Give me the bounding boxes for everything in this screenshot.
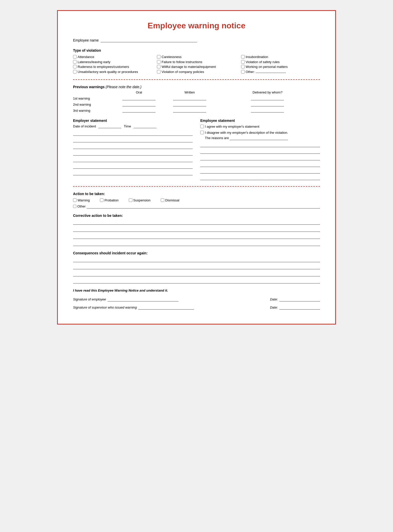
employer-line-1[interactable] [73,130,193,136]
employee-line-4[interactable] [200,161,320,167]
oral-3-field[interactable] [122,108,155,112]
action-other-row: Other [73,204,320,208]
employee-write-area [200,142,320,180]
divider-1 [73,79,320,80]
check-rudeness[interactable]: Rudeness to employees/customers [73,64,152,69]
other-action-field[interactable] [87,204,320,208]
oral-1-field[interactable] [122,96,155,100]
written-1-field[interactable] [173,96,206,100]
time-field[interactable] [134,124,156,128]
time-label: Time [124,124,131,128]
violation-col1: Attendance Lateness/leaving early Rudene… [73,54,152,74]
table-row: 2nd warning [73,101,320,107]
delivered-3-field[interactable] [251,108,284,112]
check-suspension[interactable]: Suspension [129,198,151,203]
check-other-violation[interactable]: Other: [241,69,320,74]
corrective-line-2[interactable] [73,226,320,232]
employer-line-2[interactable] [73,137,193,142]
corrective-section: Corrective action to be taken: [73,214,320,246]
reasons-row: The reasons are [205,136,320,140]
check-personal[interactable]: Working on personal matters [241,64,320,69]
sig-supervisor-label: Signature of supervisor who issued warni… [73,306,137,309]
statements-section: Employer statement Date of incident Time… [73,119,320,181]
employee-line-6[interactable] [200,175,320,180]
warnings-table: Oral Written Delivered by whom? 1st warn… [73,90,320,113]
check-failure[interactable]: Failure to follow instructions [157,60,236,65]
reasons-field[interactable] [230,136,288,140]
check-probation[interactable]: Probation [100,198,119,203]
corrective-label: Corrective action to be taken: [73,214,320,218]
consequences-section: Consequences should incident occur again… [73,251,320,283]
oral-2-field[interactable] [122,102,155,106]
employer-write-area [73,130,193,175]
sig-supervisor-field[interactable] [138,306,194,310]
warning-row-2: 2nd warning [73,101,114,107]
corrective-line-4[interactable] [73,240,320,246]
check-warning[interactable]: Warning [73,198,90,203]
delivered-1-field[interactable] [251,96,284,100]
delivered-2-field[interactable] [251,102,284,106]
consequences-line-3[interactable] [73,271,320,276]
sig-supervisor-left: Signature of supervisor who issued warni… [73,306,194,310]
check-willful[interactable]: Willful damage to material/equipment [157,64,236,69]
employer-line-6[interactable] [73,163,193,169]
corrective-line-1[interactable] [73,219,320,225]
check-safety[interactable]: Violation of safety rules [241,60,320,65]
violation-section: Type of violation Attendance Lateness/le… [73,48,320,74]
employer-line-3[interactable] [73,143,193,149]
employee-name-input[interactable] [101,38,197,42]
violation-label: Type of violation [73,48,320,52]
check-insubordination[interactable]: Insubordination [241,54,320,60]
check-carelessness[interactable]: Carelessness [157,54,236,60]
check-dismissal[interactable]: Dismissal [161,198,180,203]
employee-line-2[interactable] [200,148,320,154]
sig-supervisor-date: Date: [270,306,320,310]
written-2-field[interactable] [173,102,206,106]
col-oral: Oral [114,90,164,95]
employer-line-4[interactable] [73,150,193,156]
date-label-supervisor: Date: [270,306,278,309]
form-container: Employee warning notice Employee name Ty… [57,10,336,325]
employee-statement-col: Employee statement I agree with my emplo… [200,119,320,181]
check-other-action[interactable] [73,205,76,208]
col-written: Written [164,90,215,95]
written-3-field[interactable] [173,108,206,112]
action-checkboxes: Warning Probation Suspension Dismissal [73,198,320,203]
employer-label: Employer statement [73,119,193,123]
date-supervisor-field[interactable] [279,306,320,310]
check-company-policies[interactable]: Violation of company policies [157,69,236,74]
check-disagree[interactable]: I disagree with my employer's descriptio… [200,130,320,135]
employee-line-5[interactable] [200,168,320,174]
sig-employee-field[interactable] [108,297,178,301]
action-label: Action to be taken: [73,192,320,196]
violation-checkboxes: Attendance Lateness/leaving early Rudene… [73,54,320,74]
prev-warnings-title: Previous warnings (Please note the date.… [73,85,320,89]
check-unsatisfactory[interactable]: Unsatisfactory work quality or procedure… [73,69,152,74]
sig-supervisor-row: Signature of supervisor who issued warni… [73,306,320,310]
check-agree[interactable]: I agree with my employer's statement [200,124,320,129]
table-row: 3rd warning [73,107,320,113]
table-row: 1st warning [73,95,320,101]
violation-col2: Carelessness Failure to follow instructi… [157,54,236,74]
incident-row: Date of incident Time [73,124,193,128]
consequences-line-4[interactable] [73,278,320,283]
date-field[interactable] [98,124,121,128]
consequences-label: Consequences should incident occur again… [73,251,320,255]
date-label-employee: Date: [270,297,278,301]
employer-line-5[interactable] [73,157,193,162]
violation-col3: Insubordination Violation of safety rule… [241,54,320,74]
consequences-line-1[interactable] [73,257,320,262]
date-employee-field[interactable] [279,297,320,301]
sig-employee-label: Signature of employee [73,297,106,301]
consequences-line-2[interactable] [73,264,320,269]
corrective-line-3[interactable] [73,233,320,239]
employer-line-7[interactable] [73,170,193,175]
acknowledgment-text: I have read this Employee Warning Notice… [73,289,320,292]
employer-statement-col: Employer statement Date of incident Time [73,119,193,181]
check-attendance[interactable]: Attendance [73,54,152,60]
employee-line-1[interactable] [200,142,320,147]
employee-name-row: Employee name [73,38,320,42]
warning-row-1: 1st warning [73,95,114,101]
check-lateness[interactable]: Lateness/leaving early [73,60,152,65]
employee-line-3[interactable] [200,155,320,160]
